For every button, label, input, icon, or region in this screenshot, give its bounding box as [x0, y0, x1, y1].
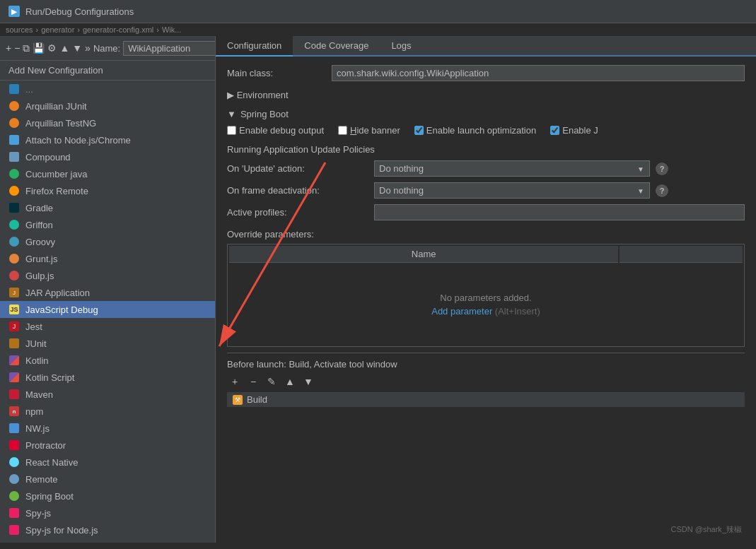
sidebar-item-maven[interactable]: Maven	[0, 386, 215, 403]
launch-opt-label: Enable launch optimization	[426, 125, 536, 136]
enable-j-label: Enable J	[562, 125, 598, 136]
sidebar-item-compound[interactable]: Compound	[0, 148, 215, 165]
copy-config-button[interactable]: ⧉	[23, 40, 30, 56]
sidebar-item-jest[interactable]: J Jest	[0, 318, 215, 335]
sidebar-item-label: Groovy	[25, 237, 55, 247]
frame-deactivation-label: On frame deactivation:	[227, 185, 368, 196]
sidebar-item-kotlin-script[interactable]: Kotlin Script	[0, 369, 215, 386]
environment-section[interactable]: ▶ Environment	[227, 90, 745, 100]
sidebar-item-label: Attach to Node.js/Chrome	[25, 135, 131, 146]
content-panel: Configuration Code Coverage Logs Main cl…	[216, 36, 756, 543]
cucumber-icon	[8, 168, 20, 179]
sidebar-item-javascript-debug[interactable]: JS JavaScript Debug	[0, 301, 215, 318]
launch-opt-checkbox[interactable]	[414, 126, 424, 135]
sidebar-item-top[interactable]: ...	[0, 81, 215, 98]
frame-deactivation-row: On frame deactivation: Do nothing Update…	[227, 182, 745, 199]
checkbox-enable-j[interactable]: Enable J	[550, 125, 598, 136]
sidebar-item-attach-node[interactable]: Attach to Node.js/Chrome	[0, 131, 215, 148]
update-action-help[interactable]: ?	[656, 163, 668, 175]
remove-config-button[interactable]: −	[14, 40, 20, 56]
app-icon: ▶	[8, 6, 20, 17]
main-class-input[interactable]	[332, 65, 745, 81]
move-down-button[interactable]: ▼	[72, 40, 82, 56]
before-launch-label: Before launch: Build, Activate tool wind…	[227, 359, 397, 370]
move-up-button[interactable]: ▲	[59, 40, 69, 56]
sidebar-item-label: Gradle	[25, 203, 53, 213]
debug-output-checkbox[interactable]	[227, 126, 236, 135]
before-launch-header: Before launch: Build, Activate tool wind…	[227, 359, 745, 370]
sidebar-item-spring-boot[interactable]: Spring Boot	[0, 488, 215, 504]
sidebar-item-cucumber-java[interactable]: Cucumber java	[0, 165, 215, 182]
sidebar-item-spy-js[interactable]: Spy-js	[0, 504, 215, 521]
sidebar-item-griffon[interactable]: Griffon	[0, 216, 215, 233]
add-param-link[interactable]: Add parameter	[431, 306, 492, 317]
add-new-configuration[interactable]: Add New Configuration	[0, 61, 215, 81]
sidebar-item-groovy[interactable]: Groovy	[0, 233, 215, 250]
sidebar-item-label: Compound	[25, 152, 71, 163]
add-config-button[interactable]: +	[6, 40, 11, 56]
frame-deactivation-select[interactable]: Do nothing Update resources Update class…	[374, 182, 650, 199]
grunt-icon	[8, 253, 20, 264]
sidebar-item-label: JavaScript Debug	[25, 305, 98, 315]
sidebar-item-react-native[interactable]: React Native	[0, 454, 215, 471]
save-config-button[interactable]: 💾	[33, 40, 45, 56]
npm-icon: n	[8, 406, 20, 417]
attach-node-icon	[8, 134, 20, 146]
sidebar-item-firefox-remote[interactable]: Firefox Remote	[0, 182, 215, 199]
before-launch-add-button[interactable]: +	[227, 374, 243, 389]
kotlin-script-icon	[8, 372, 20, 383]
main-class-label: Main class:	[227, 68, 326, 78]
before-launch-edit-button[interactable]: ✎	[264, 374, 279, 389]
sidebar-toolbar: + − ⧉ 💾 ⚙ ▲ ▼ » Name:	[0, 36, 215, 61]
checkbox-launch-opt[interactable]: Enable launch optimization	[414, 125, 536, 136]
nw-icon	[8, 423, 20, 434]
checkbox-debug-output[interactable]: Enable debug output	[227, 125, 324, 136]
sidebar-item-npm[interactable]: n npm	[0, 403, 215, 420]
sidebar-item-grunt[interactable]: Grunt.js	[0, 250, 215, 267]
sidebar-item-label: NW.js	[25, 423, 50, 434]
checkbox-hide-banner[interactable]: Hide banner	[338, 125, 400, 136]
sidebar-item-remote[interactable]: Remote	[0, 471, 215, 488]
before-launch-down-button[interactable]: ▼	[301, 374, 316, 389]
sidebar-item-spy-js-node[interactable]: Spy-js for Node.js	[0, 521, 215, 538]
enable-j-checkbox[interactable]	[550, 126, 559, 135]
before-launch-remove-button[interactable]: −	[245, 374, 261, 389]
params-col-value	[620, 246, 743, 263]
maven-icon	[8, 389, 20, 400]
sidebar-item-arquillian-junit[interactable]: Arquillian JUnit	[0, 98, 215, 114]
params-table: Name No parameters added. Add parameter	[227, 244, 745, 347]
sidebar-item-protractor[interactable]: Protractor	[0, 437, 215, 454]
arquillian-testng-icon	[8, 117, 20, 129]
sidebar-item-gulp[interactable]: Gulp.js	[0, 267, 215, 284]
update-action-select[interactable]: Do nothing Update resources Update class…	[374, 160, 650, 177]
spring-boot-icon	[8, 490, 20, 502]
frame-deactivation-help[interactable]: ?	[656, 184, 668, 197]
config-body: Main class: ▶ Environment ▼ Spring Boot	[216, 57, 756, 543]
sidebar-item-jar-application[interactable]: J JAR Application	[0, 284, 215, 301]
sidebar-item-gradle[interactable]: Gradle	[0, 199, 215, 216]
tab-logs[interactable]: Logs	[380, 36, 422, 57]
params-col-name: Name	[229, 246, 618, 263]
active-profiles-input[interactable]	[374, 204, 745, 220]
env-triangle: ▶	[227, 90, 234, 100]
settings-button[interactable]: ⚙	[47, 40, 57, 56]
spring-boot-header[interactable]: ▼ Spring Boot	[227, 109, 745, 119]
more-button[interactable]: »	[85, 40, 91, 56]
sidebar-item-label: Arquillian TestNG	[25, 118, 96, 129]
sidebar-item-arquillian-testng[interactable]: Arquillian TestNG	[0, 114, 215, 131]
config-name-input[interactable]	[123, 41, 216, 56]
sidebar-item-label: Spring Boot	[25, 491, 74, 502]
compound-icon	[8, 151, 20, 163]
tab-code-coverage[interactable]: Code Coverage	[293, 36, 380, 57]
sidebar-item-kotlin[interactable]: Kotlin	[0, 352, 215, 369]
sidebar-item-label: React Native	[25, 457, 78, 468]
build-icon: ⚒	[233, 395, 243, 405]
sidebar-item-junit[interactable]: JUnit	[0, 335, 215, 352]
sidebar-item-label: npm	[25, 406, 43, 417]
hide-banner-checkbox[interactable]	[338, 126, 347, 135]
sidebar-item-nw-js[interactable]: NW.js	[0, 420, 215, 437]
before-launch-up-button[interactable]: ▲	[282, 374, 298, 389]
tab-configuration[interactable]: Configuration	[216, 36, 293, 57]
main-class-row: Main class:	[227, 65, 745, 81]
add-param-hint: (Alt+Insert)	[495, 306, 540, 317]
